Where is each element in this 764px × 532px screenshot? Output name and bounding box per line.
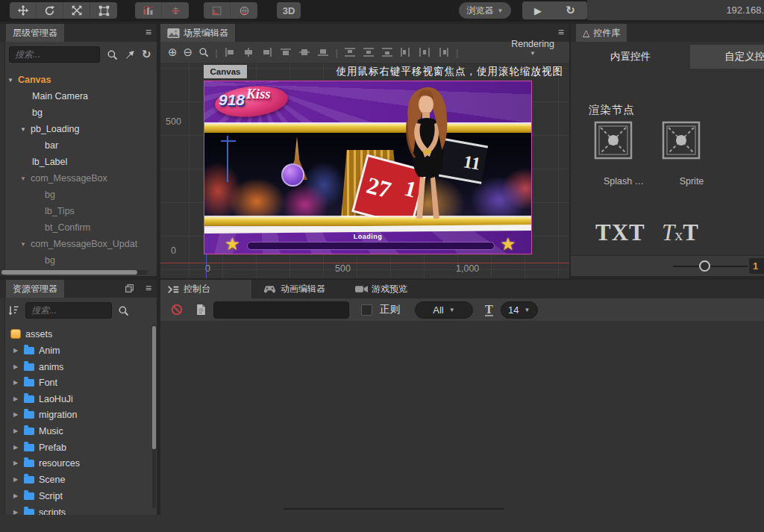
tab-assets[interactable]: 资源管理器: [6, 280, 64, 298]
tree-collapsed-icon[interactable]: ▶: [13, 363, 20, 370]
search-icon[interactable]: [107, 49, 118, 60]
align-bottom-icon[interactable]: [317, 47, 330, 57]
tree-expand-icon[interactable]: ▼: [20, 175, 28, 182]
zoom-value-field[interactable]: 1: [749, 258, 764, 274]
tree-row-bt-confirm[interactable]: bt_Confirm: [0, 219, 157, 236]
tree-collapsed-icon[interactable]: ▶: [13, 492, 20, 499]
game-canvas[interactable]: 918 Kiss 11 27 1: [204, 81, 532, 254]
assets-menu-icon[interactable]: ≡: [145, 282, 151, 294]
distribute-right-icon[interactable]: [437, 47, 450, 57]
tree-collapsed-icon[interactable]: ▶: [13, 476, 20, 483]
tree-row-lb-tips[interactable]: lb_Tips: [0, 203, 157, 219]
asset-row-anim[interactable]: ▶ Anim: [0, 342, 157, 359]
zoom-slider-track[interactable]: [673, 266, 748, 267]
log-level-dropdown[interactable]: All ▼: [415, 301, 473, 319]
distribute-hcenter-icon[interactable]: [419, 47, 431, 57]
hierarchy-hscrollbar[interactable]: [1, 270, 148, 275]
tab-builtin-widgets[interactable]: 内置控件: [571, 45, 690, 69]
tree-collapsed-icon[interactable]: ▶: [13, 379, 20, 386]
distribute-bottom-icon[interactable]: [381, 47, 394, 57]
console-output-area[interactable]: [160, 321, 764, 532]
tab-console[interactable]: 控制台: [160, 280, 251, 298]
distribute-top-icon[interactable]: [344, 47, 357, 57]
distribute-vcenter-icon[interactable]: [363, 47, 375, 57]
assets-search-input[interactable]: [25, 302, 112, 319]
asset-row-scene[interactable]: ▶ Scene: [0, 472, 157, 488]
tree-collapsed-icon[interactable]: ▶: [13, 347, 20, 354]
refresh-preview-button[interactable]: ↻: [566, 4, 575, 17]
asset-row-anims[interactable]: ▶ anims: [0, 359, 157, 375]
tree-expand-icon[interactable]: ▼: [7, 77, 15, 84]
widget-splash[interactable]: Splash …: [594, 121, 654, 187]
search-icon[interactable]: [118, 305, 129, 316]
asset-row-music[interactable]: ▶ Music: [0, 423, 157, 439]
tree-collapsed-icon[interactable]: ▶: [13, 395, 20, 402]
tree-row-main-camera[interactable]: Main Camera: [0, 88, 157, 104]
tree-row-bg2[interactable]: bg: [0, 187, 157, 203]
scene-menu-icon[interactable]: ≡: [558, 26, 564, 38]
tree-row-pb-loading[interactable]: ▼ pb_Loading: [0, 121, 157, 137]
tab-game-preview[interactable]: 游戏预览: [348, 280, 414, 298]
regex-checkbox[interactable]: [361, 304, 372, 316]
clear-console-icon[interactable]: [171, 304, 183, 316]
tree-expand-icon[interactable]: ▼: [20, 126, 28, 133]
asset-row-root[interactable]: assets: [0, 326, 157, 342]
log-file-icon[interactable]: [196, 304, 206, 316]
zoom-out-icon[interactable]: ⊖: [184, 46, 193, 59]
tab-scene-editor[interactable]: 场景编辑器: [160, 24, 235, 42]
rect-tool-button[interactable]: [90, 2, 117, 19]
asset-row-script[interactable]: ▶ Script: [0, 488, 157, 504]
asset-row-laohuji[interactable]: ▶ LaoHuJi: [0, 391, 157, 407]
scene-gizmo-button[interactable]: [135, 2, 162, 19]
tree-row-com-messagebox[interactable]: ▼ com_MessageBox: [0, 170, 157, 187]
browser-dropdown[interactable]: 浏览器 ▼: [459, 2, 511, 19]
locate-node-icon[interactable]: [125, 49, 135, 60]
asset-row-font[interactable]: ▶ Font: [0, 375, 157, 391]
tree-row-bar[interactable]: bar: [0, 137, 157, 154]
canvas-node-label[interactable]: Canvas: [204, 65, 247, 78]
refresh-hierarchy-icon[interactable]: ↻: [142, 48, 151, 61]
assets-vscrollbar[interactable]: [152, 325, 156, 508]
zoom-search-icon[interactable]: [198, 47, 209, 57]
copy-icon[interactable]: [125, 284, 134, 293]
tab-custom-widgets[interactable]: 自定义控件: [690, 45, 764, 69]
align-left-icon[interactable]: [224, 47, 237, 57]
asset-row-scripts[interactable]: ▶ scripts: [0, 504, 157, 515]
tree-row-canvas[interactable]: ▼ Canvas: [0, 72, 157, 88]
play-button[interactable]: ▶: [534, 5, 542, 16]
rendering-dropdown[interactable]: Rendering ▼: [504, 40, 562, 58]
console-filter-input[interactable]: [213, 301, 349, 319]
canvas-bounds-button[interactable]: [204, 2, 231, 19]
sort-icon[interactable]: [7, 304, 19, 316]
asset-row-resources[interactable]: ▶ resources: [0, 455, 157, 472]
3d-mode-button[interactable]: 3D: [277, 2, 301, 19]
scene-viewport[interactable]: Canvas 使用鼠标右键平移视窗焦点，使用滚轮缩放视图 500 0 0 500…: [160, 63, 569, 278]
align-vcenter-icon[interactable]: [298, 47, 311, 57]
rotate-tool-button[interactable]: [37, 2, 63, 19]
asset-row-prefab[interactable]: ▶ Prefab: [0, 439, 157, 456]
tree-collapsed-icon[interactable]: ▶: [13, 428, 20, 434]
asset-row-migration[interactable]: ▶ migration: [0, 407, 157, 423]
grid-toggle-button[interactable]: [162, 2, 189, 19]
hierarchy-search-input[interactable]: [9, 46, 100, 63]
tab-hierarchy[interactable]: 层级管理器: [6, 24, 64, 42]
widget-sprite[interactable]: Sprite: [662, 121, 721, 187]
hierarchy-menu-icon[interactable]: ≡: [145, 26, 151, 38]
tree-collapsed-icon[interactable]: ▶: [13, 411, 20, 418]
tab-widget-library[interactable]: △ 控件库: [576, 24, 627, 42]
tree-collapsed-icon[interactable]: ▶: [13, 444, 20, 451]
tree-collapsed-icon[interactable]: ▶: [13, 460, 20, 466]
zoom-in-icon[interactable]: ⊕: [168, 46, 178, 59]
globe-view-button[interactable]: [231, 2, 257, 19]
tree-expand-icon[interactable]: ▼: [20, 241, 28, 248]
align-right-icon[interactable]: [261, 47, 274, 57]
tree-row-lb-label[interactable]: lb_Label: [0, 154, 157, 170]
tree-row-bg3[interactable]: bg: [0, 252, 157, 269]
tree-collapsed-icon[interactable]: ▶: [13, 509, 20, 515]
font-size-dropdown[interactable]: 14 ▼: [501, 301, 538, 319]
tree-row-com-messagebox-update[interactable]: ▼ com_MessageBox_Updat: [0, 236, 157, 252]
align-top-icon[interactable]: [280, 47, 292, 57]
distribute-left-icon[interactable]: [400, 47, 413, 57]
move-tool-button[interactable]: [10, 2, 37, 19]
tree-row-bg[interactable]: bg: [0, 104, 157, 121]
